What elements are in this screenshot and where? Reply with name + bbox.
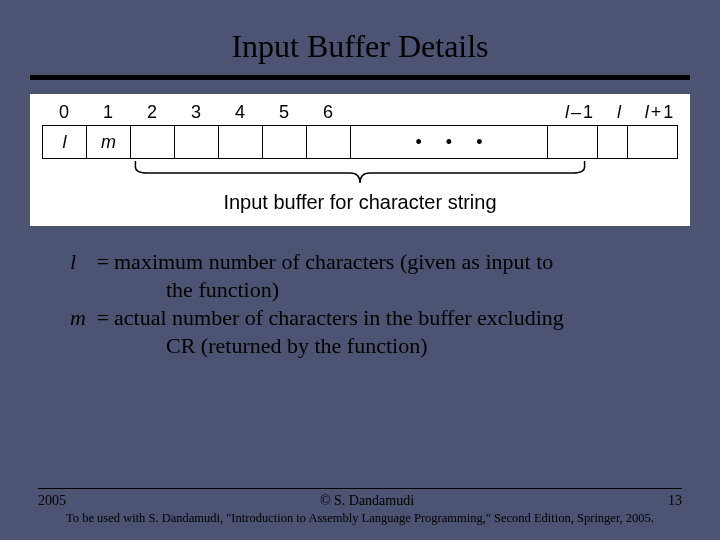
buffer-cell (307, 126, 351, 158)
footer-year: 2005 (38, 493, 66, 509)
footer-copyright: © S. Dandamudi (320, 493, 414, 509)
buffer-cell: m (87, 126, 131, 158)
footer: 2005 © S. Dandamudi 13 To be used with S… (0, 488, 720, 526)
slide: Input Buffer Details 0 1 2 3 4 5 6 l–1 l… (0, 0, 720, 540)
def-l: l = maximum number of characters (given … (70, 248, 650, 276)
index-row: 0 1 2 3 4 5 6 l–1 l l+1 (42, 102, 684, 123)
page-title: Input Buffer Details (0, 28, 720, 65)
index-label: 3 (174, 102, 218, 123)
index-label: 0 (42, 102, 86, 123)
def-text-cont: CR (returned by the function) (166, 332, 650, 360)
def-text: maximum number of characters (given as i… (114, 248, 650, 276)
index-label: 2 (130, 102, 174, 123)
index-label: 6 (306, 102, 350, 123)
index-label: 4 (218, 102, 262, 123)
title-rule (30, 75, 690, 80)
buffer-cell (219, 126, 263, 158)
def-eq: = (92, 304, 114, 332)
def-symbol: m (70, 304, 92, 332)
footer-rule (38, 488, 682, 489)
index-label: 1 (86, 102, 130, 123)
buffer-cell (175, 126, 219, 158)
buffer-ellipsis: • • • (351, 126, 548, 158)
index-label: 5 (262, 102, 306, 123)
buffer-cell (131, 126, 175, 158)
figure-caption: Input buffer for character string (36, 191, 684, 214)
def-text-cont: the function) (166, 276, 650, 304)
def-eq: = (92, 248, 114, 276)
buffer-cell (263, 126, 307, 158)
buffer-cell (548, 126, 598, 158)
definitions: l = maximum number of characters (given … (70, 248, 650, 361)
index-gap (350, 102, 554, 123)
buffer-cell (598, 126, 628, 158)
def-text: actual number of characters in the buffe… (114, 304, 650, 332)
footer-row: 2005 © S. Dandamudi 13 (38, 493, 682, 509)
footer-page: 13 (668, 493, 682, 509)
footer-subtitle: To be used with S. Dandamudi, "Introduct… (38, 511, 682, 526)
buffer-row: l m • • • (42, 125, 678, 159)
index-label-right: l–1 (554, 102, 604, 123)
def-m: m = actual number of characters in the b… (70, 304, 650, 332)
buffer-cell (628, 126, 678, 158)
index-label-right: l (604, 102, 634, 123)
brace (42, 159, 678, 187)
buffer-figure: 0 1 2 3 4 5 6 l–1 l l+1 l m • • • (30, 94, 690, 226)
index-label-right: l+1 (634, 102, 684, 123)
buffer-cell: l (43, 126, 87, 158)
def-symbol: l (70, 248, 92, 276)
